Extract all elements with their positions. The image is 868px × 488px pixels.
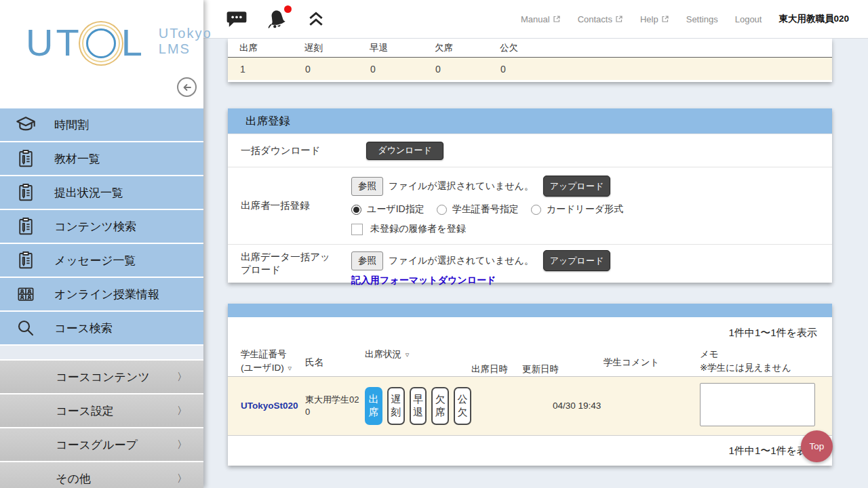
summary-header-present: 出席: [228, 42, 293, 54]
status-button-late[interactable]: 遅刻: [387, 387, 405, 425]
memo-textarea[interactable]: [700, 383, 815, 426]
summary-value-absent: 0: [423, 64, 488, 75]
sidebar-item-label: メッセージ一覧: [54, 253, 136, 268]
external-link-icon: [553, 15, 561, 23]
sidebar-item-others[interactable]: その他 〉: [0, 462, 203, 488]
summary-value-excused: 0: [488, 64, 553, 75]
sidebar-menu: 時間割 教材一覧 提出状況一覧: [0, 108, 203, 488]
register-unenrolled-option: 未登録の履修者を登録: [351, 223, 635, 235]
radio-option-student-card[interactable]: 学生証番号指定: [437, 203, 519, 216]
manual-link[interactable]: Manual: [521, 14, 561, 24]
summary-header-late: 遅刻: [293, 42, 358, 54]
status-button-excused[interactable]: 公欠: [454, 387, 471, 425]
sidebar-item-online-class-info[interactable]: オンライン授業情報: [0, 278, 203, 310]
update-date-cell: 04/30 19:43: [522, 401, 604, 411]
sidebar-divider: [0, 346, 203, 359]
chevron-right-icon: 〉: [177, 371, 187, 384]
sidebar-collapse-button[interactable]: [177, 77, 197, 97]
logout-link-label: Logout: [735, 14, 762, 24]
topbar: Manual Contacts Help Settings Logout: [203, 0, 868, 39]
logo-u-t: UT: [26, 26, 82, 60]
chevron-right-icon: 〉: [177, 472, 187, 485]
settings-link-label: Settings: [686, 14, 718, 24]
notification-badge: [284, 5, 292, 13]
radio-unselected-icon[interactable]: [437, 205, 447, 215]
sidebar-item-course-search[interactable]: コース検索: [0, 312, 203, 344]
upload-button[interactable]: アップロード: [543, 250, 610, 271]
status-button-group: 出席 遅刻 早退 欠席 公欠: [365, 387, 471, 425]
sidebar-item-course-group[interactable]: コースグループ 〉: [0, 428, 203, 461]
clipboard-icon: [14, 147, 37, 170]
result-count: 1件中1〜1件を表示: [228, 317, 832, 340]
radio-option-card-reader[interactable]: カードリーダ形式: [531, 203, 623, 216]
upload-button[interactable]: アップロード: [543, 176, 610, 197]
sidebar-item-label: 時間割: [54, 117, 89, 133]
browse-button[interactable]: 参照: [351, 177, 383, 196]
settings-link[interactable]: Settings: [686, 14, 718, 24]
summary-value-present: 1: [228, 64, 293, 75]
header-student-id[interactable]: 学生証番号 (ユーザID) ▿: [241, 348, 305, 376]
header-name: 氏名: [305, 356, 365, 376]
help-link[interactable]: Help: [640, 14, 669, 24]
file-select-line: 参照 ファイルが選択されていません。 アップロード: [351, 176, 635, 197]
sidebar-item-label: コースグループ: [56, 437, 138, 453]
sidebar-item-label: コース検索: [54, 321, 113, 336]
clipboard-icon: [14, 181, 37, 204]
header-status[interactable]: 出席状況 ▿: [365, 348, 471, 376]
checkbox-icon[interactable]: [351, 224, 363, 235]
sidebar-item-content-search[interactable]: コンテンツ検索: [0, 210, 203, 243]
format-download-link[interactable]: 記入用フォーマットダウンロード: [351, 274, 610, 287]
browse-button[interactable]: 参照: [351, 251, 383, 270]
sidebar-item-course-contents[interactable]: コースコンテンツ 〉: [0, 361, 203, 393]
notification-bell-icon[interactable]: [266, 7, 289, 30]
radio-option-user-id[interactable]: ユーザID指定: [351, 203, 425, 216]
sidebar-item-submission-status[interactable]: 提出状況一覧: [0, 176, 203, 209]
bulk-register-row: 出席者一括登録 参照 ファイルが選択されていません。 アップロード ユーザID指…: [228, 167, 832, 244]
header-update-date: 更新日時: [522, 363, 604, 376]
summary-value-late: 0: [293, 64, 358, 75]
attendance-summary-table: 出席 遅刻 早退 欠席 公欠 1 0 0 0 0: [228, 39, 832, 82]
topbar-icons: [203, 7, 325, 30]
bulk-upload-row: 出席データ一括アップロード 参照 ファイルが選択されていません。 アップロード …: [228, 244, 832, 283]
message-icon[interactable]: [226, 9, 248, 29]
contacts-link[interactable]: Contacts: [578, 14, 623, 24]
external-link-icon: [661, 15, 669, 23]
logout-link[interactable]: Logout: [735, 14, 762, 24]
file-select-line: 参照 ファイルが選択されていません。 アップロード: [351, 250, 610, 271]
download-button[interactable]: ダウンロード: [366, 142, 443, 160]
sidebar-item-materials[interactable]: 教材一覧: [0, 142, 203, 175]
sort-icon: ▿: [288, 364, 292, 372]
status-button-early-leave[interactable]: 早退: [410, 387, 427, 425]
sidebar-item-course-settings[interactable]: コース設定 〉: [0, 394, 203, 427]
table-footer: 1件中1〜1件を表示: [228, 436, 832, 466]
sidebar: UT L UTokyo LMS 時間割: [0, 0, 203, 488]
current-username: 東大用教職員020: [778, 13, 849, 25]
sidebar-item-label: オンライン授業情報: [54, 287, 159, 302]
utol-logo: UT L UTokyo LMS: [26, 26, 212, 60]
bulk-download-row: 一括ダウンロード ダウンロード: [228, 134, 832, 167]
collapse-up-icon[interactable]: [307, 11, 325, 27]
logo-o-ring: [86, 28, 116, 58]
bulk-upload-content: 参照 ファイルが選択されていません。 アップロード 記入用フォーマットダウンロー…: [351, 245, 610, 283]
sidebar-item-timetable[interactable]: 時間割: [0, 108, 203, 141]
student-id-link[interactable]: UTokyoSt020: [241, 401, 305, 411]
radio-unselected-icon[interactable]: [531, 205, 541, 215]
sidebar-item-label: その他: [56, 471, 91, 487]
radio-selected-icon[interactable]: [351, 205, 361, 215]
sidebar-item-messages[interactable]: メッセージ一覧: [0, 244, 203, 277]
chevron-right-icon: 〉: [177, 405, 187, 418]
logo-subtitle-line1: UTokyo: [159, 26, 212, 41]
scroll-to-top-button[interactable]: Top: [801, 430, 833, 462]
people-grid-icon: [14, 283, 37, 306]
sidebar-item-label: 教材一覧: [54, 151, 100, 167]
bulk-upload-label: 出席データ一括アップロード: [228, 245, 351, 283]
magnifier-icon: [14, 317, 37, 340]
topbar-links: Manual Contacts Help Settings Logout: [521, 13, 868, 25]
help-link-label: Help: [640, 14, 658, 24]
contacts-link-label: Contacts: [578, 14, 612, 24]
status-button-present[interactable]: 出席: [365, 387, 382, 425]
status-button-absent[interactable]: 欠席: [431, 387, 449, 425]
header-attend-date: 出席日時: [471, 363, 522, 376]
summary-value-early-leave: 0: [358, 64, 423, 75]
summary-header-excused: 公欠: [488, 42, 553, 54]
